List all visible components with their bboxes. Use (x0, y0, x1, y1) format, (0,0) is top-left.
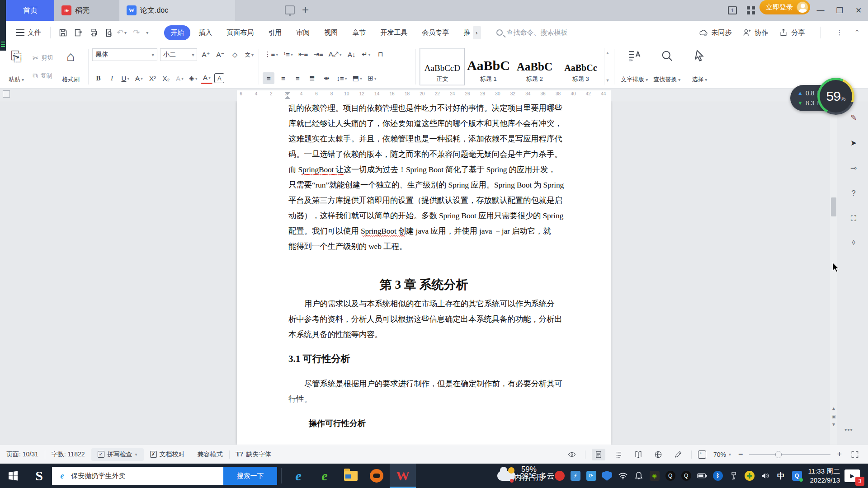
zoom-slider[interactable] (749, 454, 830, 455)
tray-usb-icon[interactable]: ⚡ (571, 471, 580, 481)
tab-insert[interactable]: 插入 (192, 25, 218, 40)
tray-volume-icon[interactable] (760, 471, 770, 481)
tab-ruler-icon[interactable]: ⊓ (375, 48, 387, 60)
text-layout-button[interactable]: 文字排版▾ (618, 47, 651, 86)
tab-home[interactable]: 首页 (6, 0, 54, 21)
fullscreen-icon[interactable] (848, 449, 862, 460)
document-canvas[interactable]: 乱的依赖管理。项目的依赖管理也是件吃力不讨好的事情。决定项目里要用哪些 库就已经… (0, 101, 868, 445)
tray-qq-browser-icon[interactable]: Q (792, 471, 802, 481)
align-center-button[interactable]: ≡ (277, 72, 289, 84)
taskbar-app-360browser[interactable]: e (311, 464, 338, 488)
first-line-indent-marker[interactable] (285, 92, 290, 95)
export-icon[interactable] (71, 25, 86, 40)
taskbar-app-explorer[interactable] (338, 464, 364, 488)
style-heading3[interactable]: AaBbCc 标题 3 (558, 48, 603, 85)
web-layout-icon[interactable] (651, 449, 665, 460)
taskbar-app-game[interactable] (363, 464, 390, 488)
next-page-button[interactable]: ▼ (829, 421, 838, 428)
underline-button[interactable]: U▾ (119, 72, 131, 84)
decrease-font-icon[interactable]: A⁻ (214, 49, 226, 61)
tab-preview-icon[interactable] (285, 5, 295, 14)
taskbar-app-360[interactable]: S (26, 464, 52, 488)
cut-button[interactable]: ✂剪切 (30, 52, 56, 64)
print-icon[interactable] (86, 25, 101, 40)
tab-member[interactable]: 会员专享 (415, 25, 455, 40)
pointer-tool-icon[interactable]: ➤ (846, 136, 861, 150)
font-size-combo[interactable]: 小二▾ (160, 48, 198, 61)
save-icon[interactable] (55, 25, 71, 40)
tabs-overflow-icon[interactable]: › (473, 26, 481, 39)
tab-list-icon[interactable]: 1 (728, 6, 737, 14)
tab-promo[interactable]: 推 (457, 25, 471, 40)
taskbar-app-ie[interactable]: e (285, 464, 311, 488)
ink-pen-icon[interactable] (671, 449, 685, 460)
distribute-button[interactable]: ⇹ (321, 72, 332, 84)
format-painter-button[interactable]: ⌂ 格式刷 (57, 47, 85, 86)
new-tab-button[interactable]: + (302, 3, 309, 17)
increase-indent-icon[interactable]: ⇥≡ (312, 48, 324, 60)
tab-docer[interactable]: ❧ 稻壳 (54, 0, 119, 21)
minimize-button[interactable]: — (811, 0, 830, 21)
missing-font-button[interactable]: T? 缺失字体 (230, 448, 278, 461)
taskbar-weather[interactable]: 28°C 多云 59% 内存占用 (497, 471, 555, 481)
clear-format-icon[interactable]: ◇ (229, 49, 241, 61)
tray-sync-icon[interactable]: ⟳ (586, 471, 596, 481)
zoom-out-icon[interactable]: − (738, 450, 743, 459)
find-replace-button[interactable]: 查找替换▾ (651, 47, 683, 86)
indent-markers[interactable] (285, 92, 291, 100)
tray-nvidia-icon[interactable]: ◉ (650, 471, 660, 481)
style-heading2[interactable]: AaBbC 标题 2 (512, 48, 557, 85)
align-left-button[interactable]: ≡ (263, 72, 274, 84)
hanging-indent-marker[interactable] (285, 96, 290, 99)
borders-button[interactable]: ⊞▾ (366, 72, 378, 84)
tray-green-plus-icon[interactable]: ✚ (745, 471, 755, 481)
zoom-in-icon[interactable]: + (837, 450, 842, 459)
select-button[interactable]: 选择▾ (683, 47, 716, 86)
tab-document[interactable]: W 论文.doc (119, 0, 235, 21)
align-right-button[interactable]: ≡ (292, 72, 303, 84)
split-line-icon[interactable]: ⊸ (846, 161, 861, 175)
char-border-button[interactable]: A (214, 73, 224, 83)
ruler-toggle-icon[interactable] (3, 90, 10, 98)
tray-usb2-icon[interactable] (729, 471, 739, 481)
spellcheck-toggle[interactable]: ✓ 拼写检查 ▾ (91, 448, 144, 461)
numbering-button[interactable]: ¹≡▾ (282, 48, 294, 60)
previous-page-button[interactable]: ▲ (829, 405, 838, 412)
annotate-pen-icon[interactable]: ✎ (846, 110, 861, 125)
taskbar-search-button[interactable]: 搜索一下 (223, 467, 277, 485)
app-grid-icon[interactable] (747, 6, 755, 14)
taskbar-video-app[interactable]: ▶ 3 (844, 469, 860, 482)
tray-battery-icon[interactable] (697, 471, 707, 481)
login-button[interactable]: 立即登录 (760, 0, 810, 14)
undo-caret-icon[interactable]: ▾ (124, 30, 127, 35)
tag-tool-icon[interactable]: ⬨ (846, 235, 861, 249)
tab-references[interactable]: 引用 (262, 25, 288, 40)
start-button[interactable] (0, 464, 26, 488)
compat-mode[interactable]: 兼容模式 (191, 448, 229, 461)
screenshot-tool-icon[interactable]: ⛶ (846, 211, 861, 226)
more-options-icon[interactable]: ⋮ (836, 28, 843, 37)
undo-icon[interactable]: ↶ (117, 28, 123, 38)
tab-section[interactable]: 章节 (346, 25, 372, 40)
close-button[interactable]: ✕ (849, 0, 868, 21)
gallery-up-icon[interactable]: ▲ (605, 51, 609, 55)
tab-dev-tools[interactable]: 开发工具 (374, 25, 414, 40)
taskbar-search-box[interactable]: e 保安抛扔学生外卖 (52, 467, 223, 485)
style-normal[interactable]: AaBbCcD 正文 (420, 48, 465, 85)
increase-font-icon[interactable]: A⁺ (200, 49, 212, 61)
statusbar-more-icon[interactable]: ••• (844, 426, 853, 433)
tab-start[interactable]: 开始 (164, 25, 190, 40)
collapsed-sidebar-strip[interactable] (0, 0, 6, 51)
zoom-level[interactable]: 70%▾ (712, 448, 732, 461)
taskbar-clock[interactable]: 11:33 周二 2022/9/13 (808, 467, 840, 485)
zoom-slider-handle[interactable] (775, 451, 782, 458)
tray-qq-icon[interactable]: Q (665, 471, 675, 481)
font-color-button[interactable]: A▾ (201, 72, 212, 84)
help-icon[interactable]: ? (846, 186, 861, 201)
browse-object-button[interactable]: ▣ (829, 413, 838, 420)
quickbar-caret-icon[interactable]: ▾ (146, 30, 148, 35)
tray-bluetooth-icon[interactable]: ᛒ (713, 471, 723, 481)
print-preview-icon[interactable] (101, 25, 117, 40)
show-marks-button[interactable]: ↵▾ (360, 48, 372, 60)
copy-button[interactable]: ⧉复制 (30, 70, 56, 81)
